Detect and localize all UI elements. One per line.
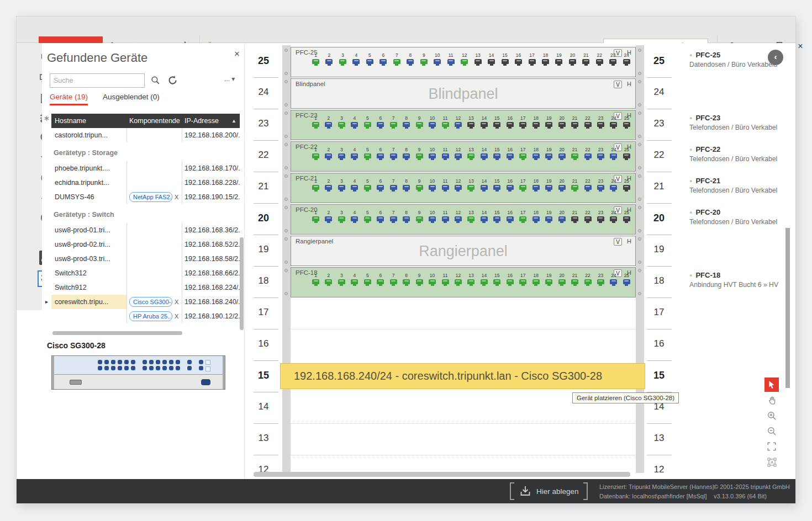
port-cell[interactable]: 22 bbox=[583, 273, 593, 284]
port-icon[interactable] bbox=[545, 185, 552, 190]
port-cell[interactable]: 16 bbox=[505, 273, 515, 284]
port-cell[interactable]: 19 bbox=[544, 115, 553, 127]
port-icon[interactable] bbox=[429, 153, 436, 158]
cell-component[interactable]: Cisco SG300-...X bbox=[127, 295, 182, 309]
port-icon[interactable] bbox=[434, 59, 441, 64]
port-cell[interactable]: 13 bbox=[466, 147, 476, 158]
port-icon[interactable] bbox=[416, 122, 423, 127]
port-cell[interactable]: 20 bbox=[557, 147, 567, 158]
port-cell[interactable]: 17 bbox=[518, 115, 528, 127]
port-icon[interactable] bbox=[339, 59, 346, 64]
cell-ip[interactable]: 192.168.168.58/2... bbox=[182, 252, 240, 266]
port-icon[interactable] bbox=[493, 122, 500, 127]
port-cell[interactable]: 25 bbox=[622, 178, 631, 190]
port-icon[interactable] bbox=[507, 279, 514, 284]
device-search-input[interactable] bbox=[54, 75, 142, 87]
port-cell[interactable]: 7 bbox=[392, 52, 402, 64]
port-cell[interactable]: 1 bbox=[311, 210, 320, 221]
port-cell[interactable]: 8 bbox=[402, 210, 411, 221]
port-cell[interactable]: 14 bbox=[479, 115, 489, 127]
collapse-right-panel-button[interactable]: ‹ bbox=[768, 50, 783, 65]
port-cell[interactable]: 15 bbox=[492, 178, 502, 190]
port-cell[interactable]: 6 bbox=[378, 52, 388, 64]
port-cell[interactable]: 12 bbox=[460, 52, 469, 64]
port-cell[interactable]: 17 bbox=[518, 210, 528, 221]
port-icon[interactable] bbox=[312, 153, 319, 158]
port-cell[interactable]: 22 bbox=[583, 178, 593, 190]
port-cell[interactable]: 15 bbox=[492, 147, 502, 158]
port-cell[interactable]: 13 bbox=[473, 52, 483, 64]
port-cell[interactable]: 6 bbox=[376, 273, 385, 284]
cell-hostname[interactable]: usw8-prod-03.tri... bbox=[51, 252, 127, 266]
port-cell[interactable]: 22 bbox=[583, 115, 593, 127]
port-cell[interactable]: 18 bbox=[531, 210, 541, 221]
port-cell[interactable]: 14 bbox=[479, 147, 489, 158]
port-cell[interactable]: 25 bbox=[622, 147, 631, 158]
port-icon[interactable] bbox=[493, 279, 500, 284]
label-select-tool[interactable]: A bbox=[764, 455, 779, 469]
port-cell[interactable]: 11 bbox=[441, 147, 450, 158]
port-cell[interactable]: 14 bbox=[487, 52, 496, 64]
tab-devices[interactable]: Geräte (19) bbox=[50, 93, 88, 101]
port-cell[interactable]: 16 bbox=[505, 147, 515, 158]
port-cell[interactable]: 12 bbox=[454, 147, 463, 158]
port-cell[interactable]: 12 bbox=[454, 115, 463, 127]
cell-ip[interactable]: 192.168.168.240/... bbox=[182, 295, 240, 309]
port-cell[interactable]: 18 bbox=[531, 178, 541, 190]
port-icon[interactable] bbox=[403, 185, 410, 190]
port-icon[interactable] bbox=[507, 122, 514, 127]
cell-component[interactable] bbox=[127, 237, 182, 252]
port-cell[interactable]: 10 bbox=[428, 115, 437, 127]
port-cell[interactable]: 20 bbox=[557, 115, 567, 127]
cell-component[interactable] bbox=[127, 223, 182, 237]
port-icon[interactable] bbox=[390, 153, 397, 158]
port-icon[interactable] bbox=[390, 216, 397, 221]
port-cell[interactable]: 19 bbox=[554, 52, 563, 64]
port-icon[interactable] bbox=[610, 279, 617, 284]
cell-ip[interactable]: 192.168.190.12/2... bbox=[182, 309, 240, 323]
port-cell[interactable]: 15 bbox=[500, 52, 510, 64]
port-icon[interactable] bbox=[558, 185, 566, 190]
port-cell[interactable]: 16 bbox=[505, 178, 515, 190]
port-icon[interactable] bbox=[532, 216, 540, 221]
port-cell[interactable]: 10 bbox=[428, 210, 437, 221]
port-icon[interactable] bbox=[474, 59, 482, 64]
port-cell[interactable]: 22 bbox=[583, 210, 593, 221]
port-cell[interactable]: 1 bbox=[311, 147, 320, 158]
port-cell[interactable]: 8 bbox=[402, 115, 411, 127]
port-icon[interactable] bbox=[442, 122, 449, 127]
port-icon[interactable] bbox=[390, 122, 397, 127]
port-icon[interactable] bbox=[610, 153, 617, 158]
port-icon[interactable] bbox=[597, 279, 604, 284]
port-cell[interactable]: 7 bbox=[389, 147, 398, 158]
port-cell[interactable]: 20 bbox=[557, 178, 567, 190]
cell-hostname[interactable]: coreswitch.tripu... bbox=[51, 295, 127, 309]
port-icon[interactable] bbox=[610, 216, 617, 221]
remove-component-button[interactable]: X bbox=[175, 190, 178, 204]
port-icon[interactable] bbox=[429, 122, 436, 127]
column-ip[interactable]: IP-Adresse▲ bbox=[182, 114, 240, 128]
port-icon[interactable] bbox=[338, 279, 345, 284]
port-cell[interactable]: 10 bbox=[428, 273, 437, 284]
port-icon[interactable] bbox=[467, 279, 474, 284]
device-preview-image[interactable] bbox=[51, 355, 225, 390]
port-icon[interactable] bbox=[377, 122, 384, 127]
port-icon[interactable] bbox=[571, 153, 578, 158]
port-cell[interactable]: 3 bbox=[337, 147, 346, 158]
port-icon[interactable] bbox=[312, 122, 319, 127]
port-cell[interactable]: 2 bbox=[324, 178, 333, 190]
port-cell[interactable]: 9 bbox=[415, 147, 424, 158]
port-icon[interactable] bbox=[571, 279, 578, 284]
port-icon[interactable] bbox=[467, 185, 474, 190]
port-icon[interactable] bbox=[532, 185, 540, 190]
port-icon[interactable] bbox=[623, 216, 630, 221]
cell-ip[interactable]: 192.168.168.200/... bbox=[182, 128, 240, 142]
port-cell[interactable]: 1 bbox=[311, 115, 320, 127]
table-horizontal-scrollbar[interactable] bbox=[52, 331, 182, 335]
port-cell[interactable]: 23 bbox=[596, 115, 605, 127]
port-icon[interactable] bbox=[532, 279, 540, 284]
port-cell[interactable]: 7 bbox=[389, 273, 398, 284]
port-cell[interactable]: 3 bbox=[337, 273, 346, 284]
port-cell[interactable]: 11 bbox=[441, 210, 450, 221]
port-icon[interactable] bbox=[351, 216, 358, 221]
